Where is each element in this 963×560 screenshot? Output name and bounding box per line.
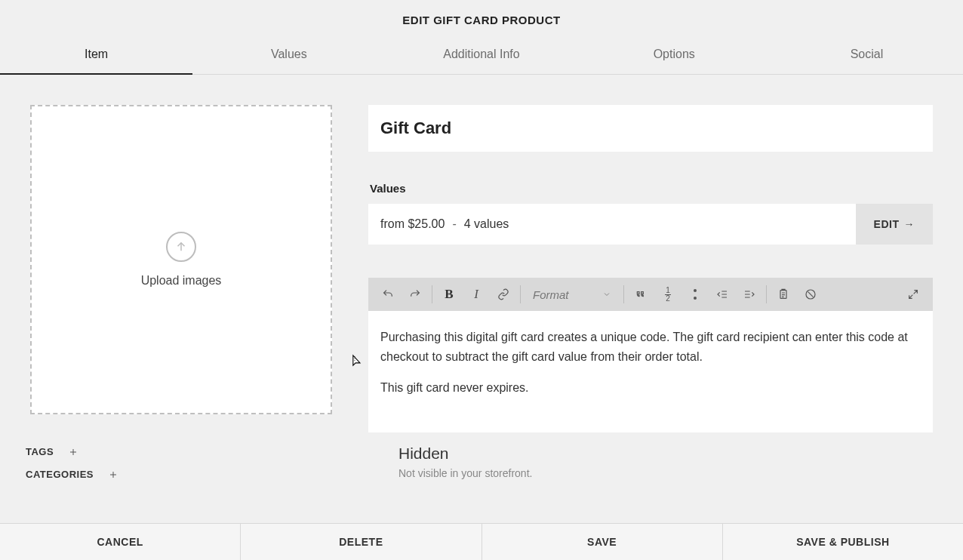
outdent-button[interactable] — [709, 281, 736, 308]
visibility-section[interactable]: Hidden Not visible in your storefront. — [373, 445, 933, 479]
visibility-status: Hidden — [398, 445, 933, 463]
link-button[interactable] — [490, 281, 517, 308]
tab-social[interactable]: Social — [771, 37, 963, 74]
values-separator: - — [452, 217, 456, 231]
tab-item[interactable]: Item — [0, 37, 192, 75]
add-category-button[interactable] — [106, 467, 121, 482]
clear-format-button[interactable] — [797, 281, 824, 308]
tab-options[interactable]: Options — [578, 37, 771, 74]
visibility-description: Not visible in your storefront. — [398, 467, 933, 479]
italic-icon: I — [474, 287, 478, 302]
tab-additional-info[interactable]: Additional Info — [385, 37, 577, 74]
upload-arrow-icon — [166, 232, 196, 262]
undo-button[interactable] — [374, 281, 402, 308]
arrow-right-icon: → — [904, 218, 915, 230]
description-paragraph-1: Purchasing this digital gift card create… — [380, 328, 921, 366]
editor-toolbar: B I Format 12 — [368, 278, 933, 311]
toolbar-separator — [766, 285, 767, 303]
meta-row: TAGS CATEGORIES Hidden Not visible in yo… — [0, 432, 963, 490]
description-textarea[interactable]: Purchasing this digital gift card create… — [368, 311, 933, 432]
format-dropdown-label: Format — [533, 288, 569, 301]
bullet-icon — [694, 289, 697, 300]
categories-row: CATEGORIES — [26, 467, 373, 482]
values-count-text: 4 values — [464, 217, 509, 231]
indent-button[interactable] — [736, 281, 763, 308]
toolbar-separator — [432, 285, 432, 303]
left-column: Upload images — [30, 105, 332, 432]
clipboard-button[interactable] — [770, 281, 797, 308]
right-column: Values from $25.00 - 4 values EDIT → B I — [368, 105, 933, 432]
product-title-input[interactable] — [368, 105, 933, 152]
tags-row: TAGS — [26, 445, 373, 460]
upload-image-dropzone[interactable]: Upload images — [30, 105, 332, 414]
toolbar-separator — [623, 285, 624, 303]
footer-actions: CANCEL DELETE SAVE SAVE & PUBLISH — [0, 523, 963, 560]
delete-button[interactable]: DELETE — [241, 524, 482, 560]
description-paragraph-2: This gift card never expires. — [380, 378, 921, 398]
chevron-down-icon — [602, 288, 611, 301]
toolbar-separator — [520, 285, 521, 303]
cancel-button[interactable]: CANCEL — [0, 524, 241, 560]
values-summary: from $25.00 - 4 values — [368, 204, 856, 245]
redo-button[interactable] — [402, 281, 429, 308]
tags-label: TAGS — [26, 446, 54, 457]
save-publish-button[interactable]: SAVE & PUBLISH — [723, 524, 963, 560]
values-row: from $25.00 - 4 values EDIT → — [368, 204, 933, 245]
page-title: EDIT GIFT CARD PRODUCT — [0, 0, 963, 37]
tabs: Item Values Additional Info Options Soci… — [0, 37, 963, 75]
quote-button[interactable] — [627, 281, 654, 308]
tab-values[interactable]: Values — [192, 37, 385, 74]
taxonomy-column: TAGS CATEGORIES — [26, 445, 373, 490]
bold-icon: B — [445, 287, 453, 302]
format-dropdown[interactable]: Format — [524, 281, 620, 308]
edit-values-label: EDIT — [874, 218, 900, 230]
expand-button[interactable] — [900, 281, 927, 308]
italic-button[interactable]: I — [463, 281, 490, 308]
upload-label: Upload images — [141, 274, 222, 288]
save-button[interactable]: SAVE — [482, 524, 723, 560]
content-area: Upload images Values from $25.00 - 4 val… — [0, 75, 963, 432]
edit-values-button[interactable]: EDIT → — [856, 204, 933, 245]
fraction-icon: 12 — [665, 287, 671, 303]
add-tag-button[interactable] — [66, 445, 81, 460]
values-from-text: from $25.00 — [380, 217, 445, 231]
categories-label: CATEGORIES — [26, 469, 94, 480]
bold-button[interactable]: B — [435, 281, 463, 308]
unordered-list-button[interactable] — [681, 281, 709, 308]
description-editor: B I Format 12 P — [368, 278, 933, 432]
ordered-list-button[interactable]: 12 — [654, 281, 681, 308]
values-section-label: Values — [370, 182, 933, 195]
